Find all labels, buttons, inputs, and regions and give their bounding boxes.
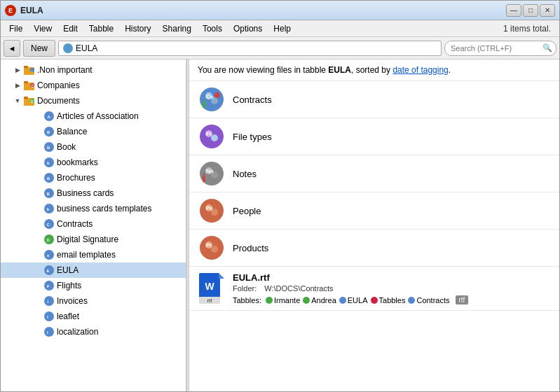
header-text-prefix: You are now viewing files in tabble [198,65,328,75]
tabble-name-bold: EULA [328,65,351,75]
menu-file[interactable]: File [4,22,28,35]
sort-by-link[interactable]: date of tagging [392,65,448,75]
tabble-icon-invoices: I [43,295,55,307]
sidebar-label-non-important: .Non important [37,65,93,75]
sidebar-item-business-cards[interactable]: B Business cards [1,186,186,201]
expand-arrow: ▼ [13,97,22,105]
sidebar-item-documents[interactable]: ▼ D Documents [1,93,186,108]
list-item-notes[interactable]: No Notes [189,155,559,192]
sidebar-item-flights[interactable]: F Flights [1,278,186,293]
menu-help[interactable]: Help [268,22,296,35]
svg-rect-47 [203,102,205,108]
sidebar-item-bct[interactable]: b business cards templates [1,201,186,216]
sidebar-item-leaflet[interactable]: l leaflet [1,309,186,324]
close-button[interactable]: ✕ [540,4,555,17]
sidebar-label-articles: Articles of Association [57,111,139,121]
sidebar-item-email-templates[interactable]: e email templates [1,247,186,262]
maximize-button[interactable]: □ [523,4,538,17]
folder-icon: i [24,64,35,76]
svg-point-45 [214,92,220,98]
menu-options[interactable]: Options [228,22,268,35]
tabble-dot-irmante [266,297,273,304]
folder-icon: C [24,80,35,91]
sidebar-item-localization[interactable]: l localization [1,324,186,340]
list-item-file-eula[interactable]: W rtf EULA.rtf Folder: [189,267,559,311]
tabble-icon-bookmarks: b [43,157,55,168]
sidebar-item-eula[interactable]: E EULA [1,262,186,278]
search-input[interactable] [444,41,556,56]
sidebar-item-articles[interactable]: A Articles of Association [1,108,186,124]
menu-tabble[interactable]: Tabble [83,22,119,35]
tabble-icon-balance: B [43,126,55,137]
sidebar-label-book: Book [57,142,76,152]
folder-icon: D [24,95,35,106]
tabble-icon-bct: b [43,203,55,214]
svg-text:Co: Co [206,94,214,100]
window-title: EULA [20,6,506,15]
sidebar-item-non-important[interactable]: ▶ i .Non important [1,62,186,78]
svg-text:B: B [47,176,50,181]
no-arrow [33,204,41,213]
sidebar-item-book[interactable]: B Book [1,139,186,155]
menu-tools[interactable]: Tools [197,22,228,35]
menu-view[interactable]: View [28,22,57,35]
file-folder-row: Folder: W:\DOCS\Contracts [233,284,468,293]
tabble-name-eula-badge: EULA [348,296,368,304]
sidebar-item-brochures[interactable]: B Brochures [1,170,186,186]
tabble-icon-brochures: B [43,172,55,183]
sidebar-label-leaflet: leaflet [57,312,79,321]
sidebar-label-flights: Flights [57,281,81,290]
tabble-dot-andrea [303,297,310,304]
svg-text:No: No [206,168,214,174]
address-bar: EULA [58,41,442,56]
list-item-products[interactable]: Pr Products [189,230,559,267]
minimize-button[interactable]: — [506,4,521,17]
tabble-icon-flights: F [43,280,55,291]
sidebar-item-balance[interactable]: B Balance [1,124,186,139]
sidebar-label-contracts: Contracts [57,219,93,229]
sidebar-item-invoices[interactable]: I Invoices [1,293,186,309]
header-text-end: . [449,65,451,75]
address-text: EULA [76,43,97,53]
sidebar-item-digital-sig[interactable]: D Digital Signature [1,232,186,247]
no-arrow [33,251,41,259]
sidebar-label-bookmarks: bookmarks [57,158,98,167]
menu-edit[interactable]: Edit [57,22,83,35]
svg-text:Ft: Ft [206,131,212,137]
svg-text:b: b [47,207,50,211]
list-item-filetypes[interactable]: Ft File types [189,118,559,155]
svg-rect-1 [24,66,28,68]
sidebar-item-contracts[interactable]: C Contracts [1,216,186,232]
rtf-tag: rtf [456,295,469,304]
no-arrow [33,266,41,274]
tabble-badge-eula: EULA [339,296,368,304]
svg-text:B: B [47,146,50,150]
sidebar-label-brochures: Brochures [57,173,95,183]
svg-point-38 [44,312,54,321]
item-icon-products: Pr [198,234,226,262]
toolbar: ◄ New EULA 🔍 [1,37,559,59]
main-window: E EULA — □ ✕ File View Edit Tabble Histo… [0,0,560,392]
tabble-badge-contracts-file: Contracts [408,296,449,304]
back-button[interactable]: ◄ [4,40,20,57]
file-details: EULA.rtf Folder: W:\DOCS\Contracts Tabbl… [233,272,468,304]
no-arrow [33,281,41,290]
item-icon-notes: No [198,160,226,188]
sidebar-item-bookmarks[interactable]: b bookmarks [1,155,186,170]
tabble-dot-contracts [408,297,415,304]
expand-arrow: ▶ [13,81,22,90]
new-button[interactable]: New [23,40,55,57]
list-item-people[interactable]: Pe People [189,192,559,230]
svg-text:C: C [47,223,50,227]
tabble-icon-digital-sig: D [43,234,55,245]
sidebar-item-companies[interactable]: ▶ C Companies [1,78,186,93]
menu-history[interactable]: History [119,22,156,35]
sidebar-label-bct: business cards templates [57,204,151,214]
sidebar-label-eula: EULA [57,265,78,275]
menu-sharing[interactable]: Sharing [157,22,197,35]
no-arrow [33,158,41,167]
items-count: 1 items total. [503,24,556,34]
item-label-products: Products [233,243,551,253]
tabble-badge-andrea: Andrea [303,296,336,304]
list-item-contracts[interactable]: Co Contracts [189,81,559,118]
